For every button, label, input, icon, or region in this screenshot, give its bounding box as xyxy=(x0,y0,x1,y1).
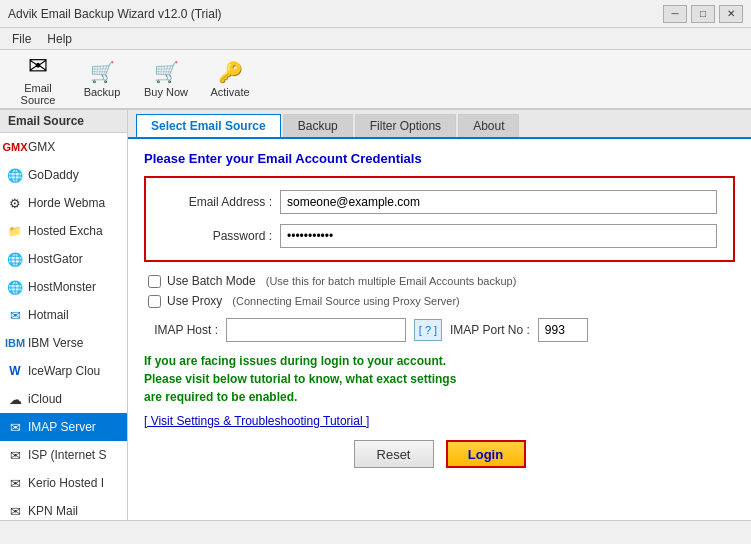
imap-help-button[interactable]: [ ? ] xyxy=(414,319,442,341)
sidebar-item-label-icewarp: IceWarp Clou xyxy=(28,364,100,378)
toolbar-buy-now-label: Buy Now xyxy=(144,86,188,98)
email-source-icon: ✉ xyxy=(28,52,48,80)
toolbar-backup-label: Backup xyxy=(84,86,121,98)
hostmonster-icon: 🌐 xyxy=(6,278,24,296)
tab-bar: Select Email Source Backup Filter Option… xyxy=(128,110,751,139)
button-row: Reset Login xyxy=(144,440,735,468)
sidebar-item-kerio[interactable]: ✉ Kerio Hosted I xyxy=(0,469,127,497)
use-proxy-label: Use Proxy xyxy=(167,294,222,308)
sidebar-item-label-hostgator: HostGator xyxy=(28,252,83,266)
batch-mode-checkbox[interactable] xyxy=(148,275,161,288)
login-button[interactable]: Login xyxy=(446,440,526,468)
batch-mode-row: Use Batch Mode (Use this for batch multi… xyxy=(144,274,735,288)
sidebar-item-ibm-verse[interactable]: IBM IBM Verse xyxy=(0,329,127,357)
imap-host-input[interactable] xyxy=(226,318,406,342)
sidebar-item-label-gmx: GMX xyxy=(28,140,55,154)
isp-icon: ✉ xyxy=(6,446,24,464)
password-input[interactable] xyxy=(280,224,717,248)
imap-port-label: IMAP Port No : xyxy=(450,323,530,337)
icloud-icon: ☁ xyxy=(6,390,24,408)
menu-bar: File Help xyxy=(0,28,751,50)
email-label: Email Address : xyxy=(162,195,272,209)
sidebar-item-gmx[interactable]: GMX GMX xyxy=(0,133,127,161)
imap-server-icon: ✉ xyxy=(6,418,24,436)
email-input[interactable] xyxy=(280,190,717,214)
toolbar-email-source[interactable]: ✉ Email Source xyxy=(8,53,68,105)
password-label: Password : xyxy=(162,229,272,243)
menu-file[interactable]: File xyxy=(4,30,39,48)
sidebar-item-label-kpn-mail: KPN Mail xyxy=(28,504,78,518)
info-text-line1: If you are facing issues during login to… xyxy=(144,352,735,370)
window-controls: ─ □ ✕ xyxy=(663,5,743,23)
sidebar-item-hotmail[interactable]: ✉ Hotmail xyxy=(0,301,127,329)
buy-now-icon: 🛒 xyxy=(154,60,179,84)
toolbar: ✉ Email Source 🛒 Backup 🛒 Buy Now 🔑 Acti… xyxy=(0,50,751,110)
hosted-exchange-icon: 📁 xyxy=(6,222,24,240)
sidebar-item-label-godaddy: GoDaddy xyxy=(28,168,79,182)
menu-help[interactable]: Help xyxy=(39,30,80,48)
icewarp-icon: W xyxy=(6,362,24,380)
form-content: Please Enter your Email Account Credenti… xyxy=(128,139,751,520)
sidebar-item-label-icloud: iCloud xyxy=(28,392,62,406)
sidebar-item-icewarp[interactable]: W IceWarp Clou xyxy=(0,357,127,385)
kerio-icon: ✉ xyxy=(6,474,24,492)
close-button[interactable]: ✕ xyxy=(719,5,743,23)
sidebar-item-horde[interactable]: ⚙ Horde Webma xyxy=(0,189,127,217)
tab-filter-options[interactable]: Filter Options xyxy=(355,114,456,137)
sidebar: Email Source GMX GMX 🌐 GoDaddy ⚙ Horde W… xyxy=(0,110,128,520)
credentials-box: Email Address : Password : xyxy=(144,176,735,262)
sidebar-item-label-kerio: Kerio Hosted I xyxy=(28,476,104,490)
sidebar-item-kpn-mail[interactable]: ✉ KPN Mail xyxy=(0,497,127,520)
tab-select-email-source[interactable]: Select Email Source xyxy=(136,114,281,137)
sidebar-item-hostmonster[interactable]: 🌐 HostMonster xyxy=(0,273,127,301)
toolbar-email-source-label: Email Source xyxy=(11,82,65,106)
kpn-mail-icon: ✉ xyxy=(6,502,24,520)
status-bar xyxy=(0,520,751,544)
ibm-verse-icon: IBM xyxy=(6,334,24,352)
window-title: Advik Email Backup Wizard v12.0 (Trial) xyxy=(8,7,222,21)
sidebar-item-label-isp: ISP (Internet S xyxy=(28,448,107,462)
hotmail-icon: ✉ xyxy=(6,306,24,324)
toolbar-backup[interactable]: 🛒 Backup xyxy=(72,53,132,105)
horde-icon: ⚙ xyxy=(6,194,24,212)
batch-mode-label: Use Batch Mode xyxy=(167,274,256,288)
imap-row: IMAP Host : [ ? ] IMAP Port No : xyxy=(144,318,735,342)
sidebar-item-imap-server[interactable]: ✉ IMAP Server xyxy=(0,413,127,441)
sidebar-item-label-hosted-exchange: Hosted Excha xyxy=(28,224,103,238)
info-text-line3: are required to be enabled. xyxy=(144,388,735,406)
email-row: Email Address : xyxy=(162,190,717,214)
info-text-line2: Please visit below tutorial to know, wha… xyxy=(144,370,735,388)
activate-icon: 🔑 xyxy=(218,60,243,84)
sidebar-item-godaddy[interactable]: 🌐 GoDaddy xyxy=(0,161,127,189)
hostgator-icon: 🌐 xyxy=(6,250,24,268)
toolbar-activate-label: Activate xyxy=(210,86,249,98)
toolbar-activate[interactable]: 🔑 Activate xyxy=(200,53,260,105)
sidebar-item-hosted-exchange[interactable]: 📁 Hosted Excha xyxy=(0,217,127,245)
reset-button[interactable]: Reset xyxy=(354,440,434,468)
sidebar-item-icloud[interactable]: ☁ iCloud xyxy=(0,385,127,413)
title-bar: Advik Email Backup Wizard v12.0 (Trial) … xyxy=(0,0,751,28)
use-proxy-hint: (Connecting Email Source using Proxy Ser… xyxy=(232,295,459,307)
sidebar-item-label-hostmonster: HostMonster xyxy=(28,280,96,294)
imap-host-label: IMAP Host : xyxy=(148,323,218,337)
sidebar-item-label-imap-server: IMAP Server xyxy=(28,420,96,434)
godaddy-icon: 🌐 xyxy=(6,166,24,184)
tutorial-link[interactable]: [ Visit Settings & Troubleshooting Tutor… xyxy=(144,414,735,428)
sidebar-item-hostgator[interactable]: 🌐 HostGator xyxy=(0,245,127,273)
backup-icon: 🛒 xyxy=(90,60,115,84)
sidebar-item-isp[interactable]: ✉ ISP (Internet S xyxy=(0,441,127,469)
tab-about[interactable]: About xyxy=(458,114,519,137)
imap-port-input[interactable] xyxy=(538,318,588,342)
tab-backup[interactable]: Backup xyxy=(283,114,353,137)
sidebar-header: Email Source xyxy=(0,110,127,133)
minimize-button[interactable]: ─ xyxy=(663,5,687,23)
maximize-button[interactable]: □ xyxy=(691,5,715,23)
use-proxy-row: Use Proxy (Connecting Email Source using… xyxy=(144,294,735,308)
sidebar-item-label-horde: Horde Webma xyxy=(28,196,105,210)
section-title: Please Enter your Email Account Credenti… xyxy=(144,151,735,166)
use-proxy-checkbox[interactable] xyxy=(148,295,161,308)
info-text: If you are facing issues during login to… xyxy=(144,352,735,406)
main-container: Email Source GMX GMX 🌐 GoDaddy ⚙ Horde W… xyxy=(0,110,751,520)
gmx-icon: GMX xyxy=(6,138,24,156)
toolbar-buy-now[interactable]: 🛒 Buy Now xyxy=(136,53,196,105)
